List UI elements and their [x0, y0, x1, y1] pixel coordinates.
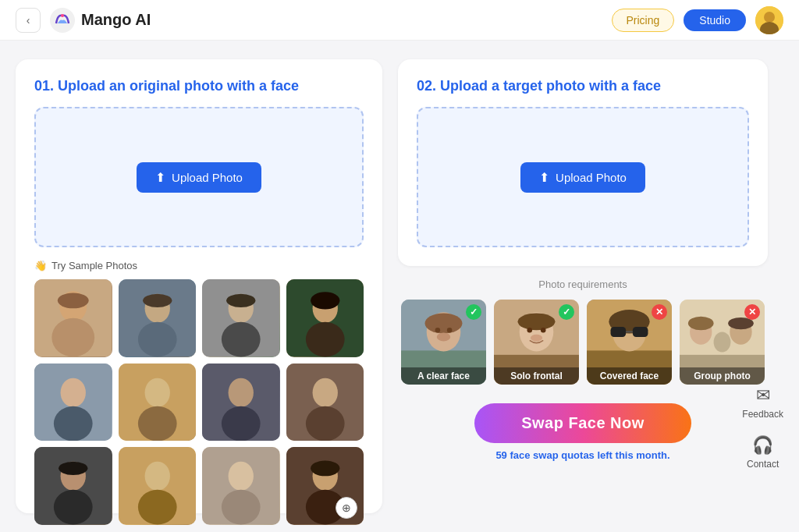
- contact-action[interactable]: 🎧 Contact: [747, 435, 779, 470]
- req-img-solo-frontal: ✓ Solo frontal: [494, 300, 579, 385]
- header-left: ‹ Mango AI: [16, 8, 151, 33]
- side-actions: ✉ Feedback 🎧 Contact: [742, 385, 783, 470]
- req-badge-no-1: ✕: [652, 304, 667, 320]
- req-label-group-photo: Group photo: [680, 367, 765, 385]
- svg-point-57: [518, 313, 556, 330]
- sample-photo-10[interactable]: [119, 447, 197, 525]
- svg-point-20: [311, 292, 339, 309]
- svg-point-3: [764, 12, 775, 23]
- svg-point-26: [137, 406, 176, 441]
- sample-photo-6[interactable]: [119, 364, 197, 442]
- feedback-action[interactable]: ✉ Feedback: [742, 385, 783, 420]
- svg-point-11: [137, 322, 176, 357]
- sample-photo-8[interactable]: [286, 364, 364, 442]
- left-upload-area[interactable]: ⬆ Upload Photo: [34, 107, 364, 247]
- sample-label-text: Try Sample Photos: [51, 260, 137, 271]
- svg-point-38: [144, 462, 169, 491]
- sample-photo-7[interactable]: [202, 364, 280, 442]
- upload-icon-right: ⬆: [539, 170, 549, 185]
- upload-icon: ⬆: [155, 170, 165, 185]
- svg-point-46: [311, 460, 339, 476]
- req-img-group-photo: ✕ Group photo: [680, 300, 765, 385]
- right-upload-area[interactable]: ⬆ Upload Photo: [417, 107, 749, 247]
- req-card-covered-face: ✕ Covered face: [587, 300, 672, 385]
- svg-point-8: [58, 293, 89, 308]
- svg-point-25: [144, 378, 169, 406]
- svg-point-51: [435, 328, 441, 333]
- swap-face-button[interactable]: Swap Face Now: [474, 403, 691, 443]
- svg-rect-66: [633, 327, 648, 337]
- logo-text: Mango AI: [81, 11, 151, 29]
- sample-photo-4[interactable]: [286, 279, 364, 357]
- req-badge-ok-2: ✓: [559, 304, 574, 320]
- feedback-label: Feedback: [742, 409, 783, 420]
- req-card-solo-frontal: ✓ Solo frontal: [494, 300, 579, 385]
- svg-point-41: [229, 462, 254, 491]
- req-label-clear-face: A clear face: [401, 367, 486, 385]
- sample-photo-1[interactable]: [34, 279, 112, 357]
- svg-point-1: [61, 14, 64, 17]
- sample-grid: ⊕: [34, 279, 364, 525]
- swap-section: Swap Face Now 59 face swap quotas left t…: [401, 403, 765, 461]
- svg-point-23: [54, 406, 93, 441]
- header: ‹ Mango AI Pricing Studio: [0, 0, 799, 41]
- svg-point-36: [59, 462, 87, 475]
- svg-point-32: [305, 406, 344, 441]
- req-img-clear-face: ✓ A clear face: [401, 300, 486, 385]
- req-card-clear-face: ✓ A clear face: [401, 300, 486, 385]
- req-card-group-photo: ✕ Group photo: [680, 300, 765, 385]
- requirements-section: Photo requirements ✓: [398, 278, 768, 461]
- quota-count: 59: [495, 449, 506, 461]
- right-upload-btn-label: Upload Photo: [556, 171, 627, 184]
- svg-point-7: [51, 318, 94, 357]
- right-upload-button[interactable]: ⬆ Upload Photo: [520, 162, 645, 193]
- back-button[interactable]: ‹: [16, 8, 41, 33]
- right-upload-section: 02. Upload a target photo with a face ⬆ …: [398, 59, 768, 266]
- left-upload-button[interactable]: ⬆ Upload Photo: [137, 162, 261, 193]
- left-panel-title: 01. Upload an original photo with a face: [34, 78, 364, 94]
- right-panel-title: 02. Upload a target photo with a face: [417, 78, 749, 94]
- feedback-icon: ✉: [756, 385, 770, 406]
- left-panel: 01. Upload an original photo with a face…: [16, 59, 382, 513]
- svg-point-28: [229, 378, 254, 406]
- svg-point-42: [222, 490, 261, 525]
- svg-point-19: [305, 322, 344, 357]
- sample-photo-5[interactable]: [34, 364, 112, 442]
- sample-photo-11[interactable]: [202, 447, 280, 525]
- main-content: 01. Upload an original photo with a face…: [0, 41, 799, 532]
- contact-icon: 🎧: [752, 435, 773, 456]
- svg-point-52: [447, 328, 453, 333]
- avatar-icon: [755, 6, 783, 34]
- location-btn[interactable]: ⊕: [336, 497, 357, 519]
- sample-photo-12[interactable]: ⊕: [286, 447, 364, 525]
- svg-point-50: [425, 313, 463, 333]
- quota-text: 59 face swap quotas left this month.: [495, 449, 669, 461]
- sample-photo-3[interactable]: [202, 279, 280, 357]
- sample-photo-2[interactable]: [119, 279, 197, 357]
- req-label-solo-frontal: Solo frontal: [494, 367, 579, 385]
- svg-point-53: [437, 333, 450, 342]
- contact-label: Contact: [747, 459, 779, 470]
- svg-point-60: [531, 335, 542, 342]
- svg-point-15: [222, 322, 261, 357]
- req-badge-ok-1: ✓: [466, 304, 481, 320]
- svg-point-58: [527, 328, 533, 333]
- svg-point-16: [226, 294, 255, 307]
- step-number-right: 02.: [417, 78, 436, 94]
- svg-rect-65: [611, 327, 627, 337]
- svg-point-12: [143, 294, 172, 307]
- left-panel-title-text: Upload an original photo with a face: [58, 78, 299, 94]
- svg-point-39: [137, 490, 176, 525]
- requirements-label: Photo requirements: [401, 278, 765, 290]
- sample-emoji: 👋: [34, 260, 47, 271]
- svg-point-71: [688, 317, 714, 330]
- svg-point-29: [222, 406, 261, 441]
- avatar[interactable]: [755, 6, 783, 34]
- sample-photo-9[interactable]: [34, 447, 112, 525]
- right-panel: 02. Upload a target photo with a face ⬆ …: [382, 59, 783, 513]
- req-badge-no-2: ✕: [744, 304, 760, 320]
- pricing-button[interactable]: Pricing: [612, 9, 675, 32]
- studio-button[interactable]: Studio: [684, 9, 746, 31]
- logo-icon: [50, 8, 75, 33]
- svg-point-31: [312, 378, 337, 406]
